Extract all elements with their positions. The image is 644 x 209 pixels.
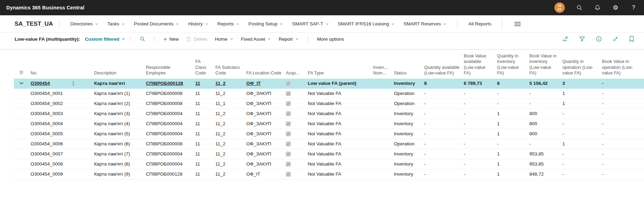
column-header-fa-type[interactable]: FA Type (308, 70, 373, 76)
cell-fa-location[interactable]: ОФ_ЗАКУП (246, 131, 286, 136)
cell-qty-inventory[interactable]: 1 (497, 151, 529, 156)
cell-bv-operation[interactable]: - (602, 101, 644, 106)
cell-fa-subclass[interactable]: 11_2 (215, 141, 246, 146)
cell-qty-operation[interactable]: - (562, 111, 602, 116)
cell-employee[interactable]: СПІВРОБ000128 (146, 171, 195, 177)
cell-bv-inventory[interactable]: 848,72 (529, 171, 562, 177)
cell-employee[interactable]: СПІВРОБ000008 (146, 91, 195, 96)
column-header-description[interactable]: Description (94, 70, 146, 76)
cell-no[interactable]: O300454_0003 (31, 111, 94, 116)
cell-qty-inventory[interactable]: 1 (497, 161, 529, 167)
cell-description[interactable]: Карта пам'яті (7) (94, 151, 146, 156)
cell-fa-location[interactable]: ОФ_ЗАКУП (246, 111, 286, 116)
column-header-fa-location-code[interactable]: FA Location Code (246, 70, 286, 76)
cell-description[interactable]: Карта пам'яті (9) (94, 171, 146, 177)
cell-qty-inventory[interactable]: - (497, 101, 529, 106)
cell-qty-inventory[interactable]: 1 (497, 171, 529, 177)
cell-qty-operation[interactable]: - (562, 171, 602, 177)
menu-icon[interactable] (514, 22, 521, 26)
cell-qty-available[interactable]: 8 (424, 81, 464, 86)
cell-bv-inventory[interactable]: 953,85 (529, 161, 562, 167)
home-menu-button[interactable]: Home (215, 37, 233, 42)
cell-bv-inventory[interactable]: 800 (529, 111, 562, 116)
cell-fa-class[interactable]: 11 (195, 91, 215, 96)
cell-bv-available[interactable]: - (464, 121, 497, 126)
column-header-responsible-employee[interactable]: Responsible Employee (146, 65, 195, 76)
nav-item-reports[interactable]: Reports (217, 21, 239, 26)
info-icon[interactable] (596, 36, 602, 42)
search-list-icon[interactable] (140, 36, 145, 42)
cell-acquired[interactable] (286, 91, 308, 96)
cell-fa-subclass[interactable]: 11_2 (215, 121, 246, 126)
cell-bv-available[interactable]: - (464, 131, 497, 136)
cell-fa-class[interactable]: 11 (195, 121, 215, 126)
cell-bv-operation[interactable]: - (602, 171, 644, 177)
cell-no[interactable]: O300454_0008 (31, 161, 94, 167)
cell-fa-location[interactable]: ОФ_ЗАКУП (246, 121, 286, 126)
cell-fa-type[interactable]: Not Valuable FA (308, 151, 373, 156)
nav-item-directories[interactable]: Directories (71, 21, 99, 26)
cell-fa-type[interactable]: Not Valuable FA (308, 91, 373, 96)
cell-qty-operation[interactable]: 1 (562, 141, 602, 146)
cell-qty-inventory[interactable]: 1 (497, 131, 529, 136)
cell-fa-class[interactable]: 11 (195, 171, 215, 177)
cell-employee[interactable]: СПІВРОБ000004 (146, 161, 195, 167)
column-header-status[interactable]: Status (394, 70, 424, 76)
fixed-asset-menu-button[interactable]: Fixed Asset (241, 37, 271, 42)
column-header-inven-num[interactable]: Inven... Num... (373, 65, 394, 76)
cell-description[interactable]: Карта пам'яті (4) (94, 121, 146, 126)
cell-qty-available[interactable]: - (424, 171, 464, 177)
cell-bv-inventory[interactable]: 800 (529, 121, 562, 126)
cell-acquired[interactable] (286, 152, 308, 156)
cell-employee[interactable]: СПІВРОБ000004 (146, 131, 195, 136)
column-header-quantity-in-inventory-low-value-fa[interactable]: Quantity in inventory (Low-value FA) (497, 53, 529, 76)
nav-item-smart-reserves[interactable]: SMART Reserves (404, 21, 447, 26)
company-name[interactable]: SA_TEST_UA (15, 21, 53, 27)
cell-employee[interactable]: СПІВРОБ000004 (146, 121, 195, 126)
cell-fa-location[interactable]: ОФ_ЗАКУП (246, 101, 286, 106)
cell-qty-operation[interactable]: 1 (562, 101, 602, 106)
cell-status[interactable]: Operation (394, 101, 424, 106)
cell-qty-available[interactable]: - (424, 111, 464, 116)
cell-bv-inventory[interactable]: - (529, 101, 562, 106)
cell-description[interactable]: Карта пам'яті (5) (94, 131, 146, 136)
table-row[interactable]: O300454Карта пам'ятіСПІВРОБ0001281111_2О… (14, 79, 644, 89)
cell-qty-operation[interactable]: 3 (562, 81, 602, 86)
cell-fa-subclass[interactable]: 11_2 (215, 91, 246, 96)
cell-employee[interactable]: СПІВРОБ000004 (146, 151, 195, 156)
table-row[interactable]: O300454_0005Карта пам'яті (5)СПІВРОБ0000… (14, 129, 644, 139)
cell-bv-operation[interactable]: - (602, 91, 644, 96)
select-all-control[interactable] (14, 70, 31, 76)
cell-bv-operation[interactable]: - (602, 81, 644, 86)
cell-qty-available[interactable]: - (424, 131, 464, 136)
cell-qty-available[interactable]: - (424, 91, 464, 96)
cell-no[interactable]: O300454_0001 (31, 91, 94, 96)
cell-bv-available[interactable]: - (464, 111, 497, 116)
column-header-book-value-in-operation-low-value-fa[interactable]: Book Value in operation (Low-value FA) (602, 59, 644, 76)
cell-fa-class[interactable]: 11 (195, 161, 215, 167)
cell-fa-subclass[interactable]: 11_2 (215, 171, 246, 177)
cell-description[interactable]: Карта пам'яті (1) (94, 91, 146, 96)
more-options-button[interactable]: More options (317, 37, 344, 42)
collapse-icon[interactable] (612, 36, 619, 42)
filter-state-button[interactable]: Custom filtered (85, 37, 125, 42)
cell-bv-operation[interactable]: - (602, 131, 644, 136)
cell-status[interactable]: Inventory (394, 131, 424, 136)
cell-fa-class[interactable]: 11 (195, 81, 215, 86)
cell-bv-operation[interactable]: - (602, 161, 644, 167)
table-row[interactable]: O300454_0003Карта пам'яті (3)СПІВРОБ0000… (14, 109, 644, 119)
cell-bv-available[interactable]: - (464, 151, 497, 156)
cell-status[interactable]: Inventory (394, 171, 424, 177)
report-menu-button[interactable]: Report (279, 37, 299, 42)
cell-employee[interactable]: СПІВРОБ000008 (146, 101, 195, 106)
cell-fa-type[interactable]: Not Valuable FA (308, 161, 373, 167)
delete-button[interactable]: Delete (186, 37, 207, 42)
cell-no[interactable]: O300454_0004 (31, 121, 94, 126)
cell-fa-location[interactable]: ОФ_ІТ (246, 81, 286, 86)
cell-bv-available[interactable]: 6 789,73 (464, 81, 497, 86)
cell-bv-operation[interactable]: - (602, 111, 644, 116)
cell-qty-available[interactable]: - (424, 161, 464, 167)
column-header-book-value-available-low-value-fa[interactable]: Book Value available (Low-value FA) (464, 53, 497, 76)
table-row[interactable]: O300454_0001Карта пам'яті (1)СПІВРОБ0000… (14, 89, 644, 99)
nav-item-posting-setup[interactable]: Posting Setup (248, 21, 283, 26)
